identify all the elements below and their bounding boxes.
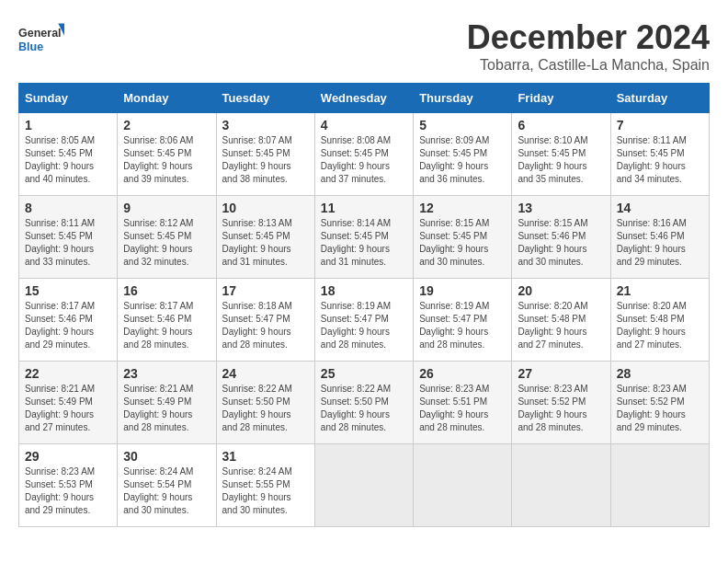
table-row: 26Sunrise: 8:23 AMSunset: 5:51 PMDayligh… xyxy=(414,362,512,444)
table-row: 11Sunrise: 8:14 AMSunset: 5:45 PMDayligh… xyxy=(314,196,413,279)
table-row: 27Sunrise: 8:23 AMSunset: 5:52 PMDayligh… xyxy=(512,362,610,444)
table-row: 1Sunrise: 8:05 AMSunset: 5:45 PMDaylight… xyxy=(19,113,118,196)
table-row: 9Sunrise: 8:12 AMSunset: 5:45 PMDaylight… xyxy=(118,196,216,279)
table-row: 2Sunrise: 8:06 AMSunset: 5:45 PMDaylight… xyxy=(118,113,216,196)
table-row: 19Sunrise: 8:19 AMSunset: 5:47 PMDayligh… xyxy=(414,279,512,362)
table-row: 4Sunrise: 8:08 AMSunset: 5:45 PMDaylight… xyxy=(314,113,413,196)
header-sunday: Sunday xyxy=(19,84,118,113)
table-row: 7Sunrise: 8:11 AMSunset: 5:45 PMDaylight… xyxy=(610,113,709,196)
table-row: 12Sunrise: 8:15 AMSunset: 5:45 PMDayligh… xyxy=(414,196,512,279)
month-title: December 2024 xyxy=(467,18,710,57)
page-header: General Blue December 2024 Tobarra, Cast… xyxy=(18,18,710,74)
table-row: 30Sunrise: 8:24 AMSunset: 5:54 PMDayligh… xyxy=(118,444,216,527)
calendar-week-2: 8Sunrise: 8:11 AMSunset: 5:45 PMDaylight… xyxy=(19,196,710,279)
table-row xyxy=(314,444,413,527)
header-saturday: Saturday xyxy=(610,84,709,113)
table-row: 14Sunrise: 8:16 AMSunset: 5:46 PMDayligh… xyxy=(610,196,709,279)
table-row xyxy=(414,444,512,527)
table-row: 24Sunrise: 8:22 AMSunset: 5:50 PMDayligh… xyxy=(216,362,314,444)
table-row: 13Sunrise: 8:15 AMSunset: 5:46 PMDayligh… xyxy=(512,196,610,279)
table-row xyxy=(610,444,709,527)
table-row xyxy=(512,444,610,527)
calendar-week-3: 15Sunrise: 8:17 AMSunset: 5:46 PMDayligh… xyxy=(19,279,710,362)
calendar-table: Sunday Monday Tuesday Wednesday Thursday… xyxy=(18,83,710,527)
calendar-week-5: 29Sunrise: 8:23 AMSunset: 5:53 PMDayligh… xyxy=(19,444,710,527)
table-row: 21Sunrise: 8:20 AMSunset: 5:48 PMDayligh… xyxy=(610,279,709,362)
svg-text:General: General xyxy=(18,27,62,40)
table-row: 15Sunrise: 8:17 AMSunset: 5:46 PMDayligh… xyxy=(19,279,118,362)
table-row: 17Sunrise: 8:18 AMSunset: 5:47 PMDayligh… xyxy=(216,279,314,362)
table-row: 25Sunrise: 8:22 AMSunset: 5:50 PMDayligh… xyxy=(314,362,413,444)
header-wednesday: Wednesday xyxy=(314,84,413,113)
calendar-week-4: 22Sunrise: 8:21 AMSunset: 5:49 PMDayligh… xyxy=(19,362,710,444)
table-row: 22Sunrise: 8:21 AMSunset: 5:49 PMDayligh… xyxy=(19,362,118,444)
header-monday: Monday xyxy=(118,84,216,113)
table-row: 31Sunrise: 8:24 AMSunset: 5:55 PMDayligh… xyxy=(216,444,314,527)
calendar-week-1: 1Sunrise: 8:05 AMSunset: 5:45 PMDaylight… xyxy=(19,113,710,196)
days-header-row: Sunday Monday Tuesday Wednesday Thursday… xyxy=(19,84,710,113)
svg-text:Blue: Blue xyxy=(18,40,43,53)
header-friday: Friday xyxy=(512,84,610,113)
table-row: 28Sunrise: 8:23 AMSunset: 5:52 PMDayligh… xyxy=(610,362,709,444)
logo-svg: General Blue xyxy=(18,18,64,60)
table-row: 29Sunrise: 8:23 AMSunset: 5:53 PMDayligh… xyxy=(19,444,118,527)
table-row: 23Sunrise: 8:21 AMSunset: 5:49 PMDayligh… xyxy=(118,362,216,444)
table-row: 5Sunrise: 8:09 AMSunset: 5:45 PMDaylight… xyxy=(414,113,512,196)
table-row: 20Sunrise: 8:20 AMSunset: 5:48 PMDayligh… xyxy=(512,279,610,362)
title-area: December 2024 Tobarra, Castille-La Manch… xyxy=(467,18,710,74)
table-row: 3Sunrise: 8:07 AMSunset: 5:45 PMDaylight… xyxy=(216,113,314,196)
header-thursday: Thursday xyxy=(414,84,512,113)
table-row: 10Sunrise: 8:13 AMSunset: 5:45 PMDayligh… xyxy=(216,196,314,279)
table-row: 6Sunrise: 8:10 AMSunset: 5:45 PMDaylight… xyxy=(512,113,610,196)
location: Tobarra, Castille-La Mancha, Spain xyxy=(467,57,710,74)
header-tuesday: Tuesday xyxy=(216,84,314,113)
table-row: 8Sunrise: 8:11 AMSunset: 5:45 PMDaylight… xyxy=(19,196,118,279)
table-row: 16Sunrise: 8:17 AMSunset: 5:46 PMDayligh… xyxy=(118,279,216,362)
table-row: 18Sunrise: 8:19 AMSunset: 5:47 PMDayligh… xyxy=(314,279,413,362)
logo: General Blue xyxy=(18,18,64,60)
